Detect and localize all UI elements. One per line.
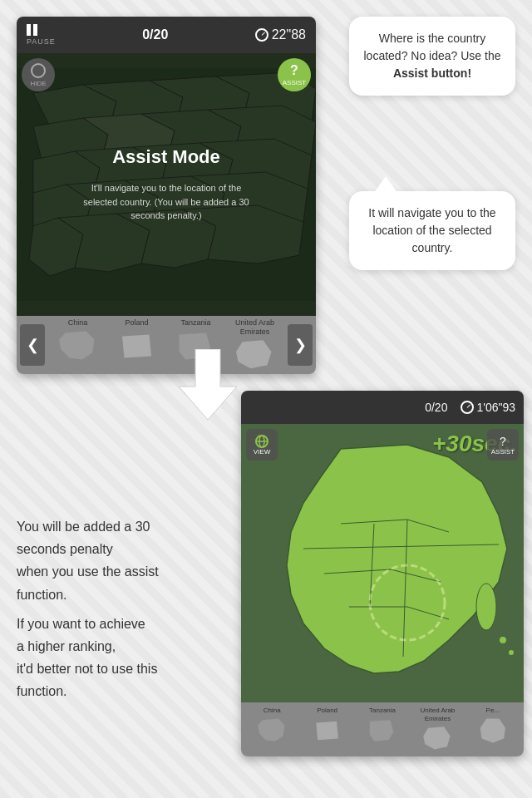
explanation-paragraph-2: If you want to achieve a higher ranking,… [17, 613, 224, 703]
hide-button[interactable]: HIDE [22, 58, 55, 91]
assist-button[interactable]: ? ASSIST [278, 58, 311, 91]
assist-title: Assist Mode [112, 146, 220, 168]
bottom-map-body: +30sec. VIEW ? ASSIST [241, 424, 524, 702]
bottom-pe-shape [477, 717, 509, 744]
country-name-uae: United Arab Emirates [227, 318, 283, 337]
speech-bubble-2: It will navigate you to the location of … [349, 191, 515, 270]
list-item[interactable]: Poland [301, 707, 352, 751]
nav-right-arrow[interactable]: ❯ [288, 324, 313, 366]
bottom-china-label: China [264, 707, 281, 715]
country-name-poland: Poland [125, 318, 148, 328]
globe-icon [254, 435, 270, 448]
text-line-6: a higher ranking, [17, 639, 116, 653]
view-button[interactable]: VIEW [246, 429, 278, 461]
bottom-poland-shape [312, 717, 343, 744]
bottom-assist-label: ASSIST [491, 448, 515, 456]
bottom-tanzania-label: Tanzania [369, 707, 396, 715]
assist-description: It'll navigate you to the location of th… [83, 181, 249, 223]
countries-bar-bottom: China Poland Tanzania United Arab Emirat… [241, 702, 524, 756]
bottom-assist-button[interactable]: ? ASSIST [487, 429, 519, 461]
bottom-uae-shape [421, 726, 453, 752]
nav-left-arrow[interactable]: ❮ [20, 324, 45, 366]
bottom-uae-label: United Arab Emirates [411, 707, 463, 722]
bottom-map-header: 0/20 1'06"93 [241, 391, 524, 424]
china-shape [57, 330, 99, 363]
bottom-tanzania-shape [367, 717, 398, 744]
pause-label: PAUSE [27, 37, 56, 46]
bottom-pe-label: Pe... [486, 707, 500, 715]
country-name-china: China [68, 318, 88, 328]
assist-icon: ? [290, 63, 298, 78]
main-container: PAUSE 0/20 22"88 [0, 0, 532, 798]
country-name-tanzania: Tanzania [180, 318, 210, 328]
pause-button[interactable]: PAUSE [27, 24, 56, 46]
text-line-4: function. [17, 588, 66, 602]
text-line-7: it'd better not to use this [17, 662, 157, 676]
hide-icon [31, 63, 46, 78]
down-arrow-icon [166, 349, 249, 424]
svg-marker-21 [179, 349, 237, 420]
list-item[interactable]: China [246, 707, 298, 751]
list-item[interactable]: Tanzania [357, 707, 408, 751]
svg-point-33 [476, 584, 496, 630]
bottom-timer-value: 1'06"93 [476, 401, 515, 414]
assist-label: ASSIST [283, 79, 306, 86]
bottom-country-thumbnails: China Poland Tanzania United Arab Emirat… [244, 707, 520, 751]
svg-point-35 [509, 650, 514, 655]
bottom-timer-icon [461, 401, 474, 414]
hide-label: HIDE [30, 80, 46, 87]
bottom-china-shape [256, 717, 288, 744]
top-map-header: PAUSE 0/20 22"88 [17, 17, 316, 53]
speech-bubble-1: Where is the country located? No idea? U… [349, 17, 515, 96]
text-line-8: function. [17, 684, 66, 698]
pause-icon [27, 24, 37, 36]
africa-map-svg [241, 424, 524, 702]
bottom-timer-display: 1'06"93 [461, 401, 515, 414]
bubble-1-text: Where is the country located? No idea? U… [362, 30, 502, 82]
score-display: 0/20 [142, 27, 168, 42]
top-map-body: HIDE ? ASSIST Assist Mode It'll navigate… [17, 53, 316, 316]
explanation-paragraph-1: You will be added a 30 seconds penalty w… [17, 515, 224, 606]
bottom-map-screenshot: 0/20 1'06"93 [241, 391, 524, 756]
text-line-3: when you use the assist [17, 564, 159, 579]
bottom-assist-icon: ? [500, 435, 506, 448]
text-line-1: You will be added a 30 [17, 520, 150, 534]
timer-display: 22"88 [255, 27, 306, 42]
timer-value: 22"88 [272, 27, 306, 42]
assist-mode-overlay: Assist Mode It'll navigate you to the lo… [17, 53, 316, 316]
down-arrow-container [166, 349, 249, 427]
poland-shape [116, 330, 158, 363]
explanation-text: You will be added a 30 seconds penalty w… [17, 515, 224, 703]
list-item[interactable]: China [50, 318, 106, 372]
text-line-2: seconds penalty [17, 542, 113, 556]
timer-icon [255, 28, 268, 42]
top-map-screenshot: PAUSE 0/20 22"88 [17, 17, 316, 374]
view-label: VIEW [254, 448, 270, 456]
list-item[interactable]: Pe... [467, 707, 519, 751]
bottom-poland-label: Poland [317, 707, 337, 715]
svg-point-34 [500, 637, 506, 643]
list-item[interactable]: United Arab Emirates [411, 707, 463, 751]
bottom-score-display: 0/20 [425, 401, 447, 414]
list-item[interactable]: Poland [109, 318, 165, 372]
bubble-2-text: It will navigate you to the location of … [362, 204, 502, 257]
text-line-5: If you want to achieve [17, 617, 145, 631]
